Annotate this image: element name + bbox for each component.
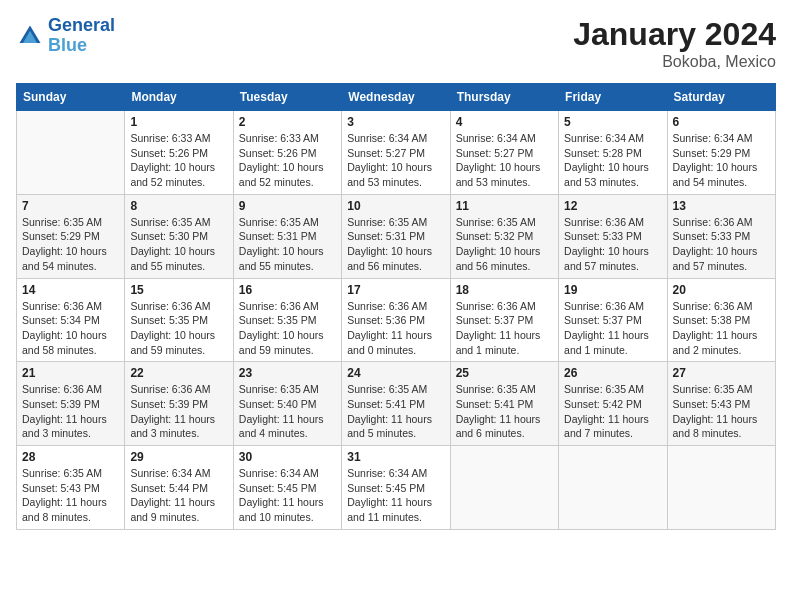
day-info: Sunrise: 6:34 AMSunset: 5:28 PMDaylight:… bbox=[564, 131, 661, 190]
calendar-cell: 22Sunrise: 6:36 AMSunset: 5:39 PMDayligh… bbox=[125, 362, 233, 446]
day-info: Sunrise: 6:34 AMSunset: 5:27 PMDaylight:… bbox=[347, 131, 444, 190]
day-info: Sunrise: 6:34 AMSunset: 5:45 PMDaylight:… bbox=[347, 466, 444, 525]
day-info: Sunrise: 6:35 AMSunset: 5:31 PMDaylight:… bbox=[347, 215, 444, 274]
day-number: 24 bbox=[347, 366, 444, 380]
day-number: 29 bbox=[130, 450, 227, 464]
day-info: Sunrise: 6:36 AMSunset: 5:39 PMDaylight:… bbox=[22, 382, 119, 441]
calendar-cell: 28Sunrise: 6:35 AMSunset: 5:43 PMDayligh… bbox=[17, 446, 125, 530]
day-number: 5 bbox=[564, 115, 661, 129]
day-info: Sunrise: 6:35 AMSunset: 5:41 PMDaylight:… bbox=[347, 382, 444, 441]
day-info: Sunrise: 6:36 AMSunset: 5:35 PMDaylight:… bbox=[239, 299, 336, 358]
day-info: Sunrise: 6:36 AMSunset: 5:33 PMDaylight:… bbox=[673, 215, 770, 274]
calendar-cell: 14Sunrise: 6:36 AMSunset: 5:34 PMDayligh… bbox=[17, 278, 125, 362]
logo: General Blue bbox=[16, 16, 115, 56]
calendar-cell: 11Sunrise: 6:35 AMSunset: 5:32 PMDayligh… bbox=[450, 194, 558, 278]
day-number: 18 bbox=[456, 283, 553, 297]
calendar-cell: 10Sunrise: 6:35 AMSunset: 5:31 PMDayligh… bbox=[342, 194, 450, 278]
day-number: 25 bbox=[456, 366, 553, 380]
calendar-cell: 3Sunrise: 6:34 AMSunset: 5:27 PMDaylight… bbox=[342, 111, 450, 195]
calendar-cell: 21Sunrise: 6:36 AMSunset: 5:39 PMDayligh… bbox=[17, 362, 125, 446]
calendar-cell: 9Sunrise: 6:35 AMSunset: 5:31 PMDaylight… bbox=[233, 194, 341, 278]
day-info: Sunrise: 6:34 AMSunset: 5:27 PMDaylight:… bbox=[456, 131, 553, 190]
day-number: 23 bbox=[239, 366, 336, 380]
day-info: Sunrise: 6:36 AMSunset: 5:38 PMDaylight:… bbox=[673, 299, 770, 358]
calendar-cell bbox=[559, 446, 667, 530]
day-info: Sunrise: 6:36 AMSunset: 5:34 PMDaylight:… bbox=[22, 299, 119, 358]
calendar-week-row: 14Sunrise: 6:36 AMSunset: 5:34 PMDayligh… bbox=[17, 278, 776, 362]
day-number: 12 bbox=[564, 199, 661, 213]
calendar-header-row: SundayMondayTuesdayWednesdayThursdayFrid… bbox=[17, 84, 776, 111]
col-header-tuesday: Tuesday bbox=[233, 84, 341, 111]
day-number: 20 bbox=[673, 283, 770, 297]
calendar-cell: 26Sunrise: 6:35 AMSunset: 5:42 PMDayligh… bbox=[559, 362, 667, 446]
calendar-cell: 25Sunrise: 6:35 AMSunset: 5:41 PMDayligh… bbox=[450, 362, 558, 446]
calendar-cell: 20Sunrise: 6:36 AMSunset: 5:38 PMDayligh… bbox=[667, 278, 775, 362]
day-info: Sunrise: 6:35 AMSunset: 5:30 PMDaylight:… bbox=[130, 215, 227, 274]
col-header-thursday: Thursday bbox=[450, 84, 558, 111]
day-number: 16 bbox=[239, 283, 336, 297]
day-number: 15 bbox=[130, 283, 227, 297]
title-block: January 2024 Bokoba, Mexico bbox=[573, 16, 776, 71]
day-number: 28 bbox=[22, 450, 119, 464]
logo-icon bbox=[16, 22, 44, 50]
day-info: Sunrise: 6:35 AMSunset: 5:32 PMDaylight:… bbox=[456, 215, 553, 274]
calendar-cell bbox=[450, 446, 558, 530]
day-number: 30 bbox=[239, 450, 336, 464]
day-number: 6 bbox=[673, 115, 770, 129]
day-info: Sunrise: 6:35 AMSunset: 5:31 PMDaylight:… bbox=[239, 215, 336, 274]
col-header-monday: Monday bbox=[125, 84, 233, 111]
calendar-cell: 12Sunrise: 6:36 AMSunset: 5:33 PMDayligh… bbox=[559, 194, 667, 278]
day-info: Sunrise: 6:34 AMSunset: 5:45 PMDaylight:… bbox=[239, 466, 336, 525]
day-number: 3 bbox=[347, 115, 444, 129]
day-number: 2 bbox=[239, 115, 336, 129]
day-number: 22 bbox=[130, 366, 227, 380]
day-info: Sunrise: 6:36 AMSunset: 5:33 PMDaylight:… bbox=[564, 215, 661, 274]
col-header-saturday: Saturday bbox=[667, 84, 775, 111]
calendar-cell bbox=[17, 111, 125, 195]
day-info: Sunrise: 6:35 AMSunset: 5:41 PMDaylight:… bbox=[456, 382, 553, 441]
page-header: General Blue January 2024 Bokoba, Mexico bbox=[16, 16, 776, 71]
calendar-cell: 13Sunrise: 6:36 AMSunset: 5:33 PMDayligh… bbox=[667, 194, 775, 278]
col-header-wednesday: Wednesday bbox=[342, 84, 450, 111]
calendar-week-row: 21Sunrise: 6:36 AMSunset: 5:39 PMDayligh… bbox=[17, 362, 776, 446]
day-number: 11 bbox=[456, 199, 553, 213]
day-number: 9 bbox=[239, 199, 336, 213]
col-header-sunday: Sunday bbox=[17, 84, 125, 111]
calendar-cell: 27Sunrise: 6:35 AMSunset: 5:43 PMDayligh… bbox=[667, 362, 775, 446]
calendar-title: January 2024 bbox=[573, 16, 776, 53]
day-info: Sunrise: 6:35 AMSunset: 5:43 PMDaylight:… bbox=[22, 466, 119, 525]
day-info: Sunrise: 6:36 AMSunset: 5:35 PMDaylight:… bbox=[130, 299, 227, 358]
day-info: Sunrise: 6:34 AMSunset: 5:44 PMDaylight:… bbox=[130, 466, 227, 525]
day-info: Sunrise: 6:36 AMSunset: 5:37 PMDaylight:… bbox=[456, 299, 553, 358]
calendar-cell: 7Sunrise: 6:35 AMSunset: 5:29 PMDaylight… bbox=[17, 194, 125, 278]
calendar-cell: 6Sunrise: 6:34 AMSunset: 5:29 PMDaylight… bbox=[667, 111, 775, 195]
day-info: Sunrise: 6:36 AMSunset: 5:37 PMDaylight:… bbox=[564, 299, 661, 358]
day-number: 21 bbox=[22, 366, 119, 380]
day-info: Sunrise: 6:33 AMSunset: 5:26 PMDaylight:… bbox=[130, 131, 227, 190]
day-info: Sunrise: 6:35 AMSunset: 5:43 PMDaylight:… bbox=[673, 382, 770, 441]
calendar-cell: 8Sunrise: 6:35 AMSunset: 5:30 PMDaylight… bbox=[125, 194, 233, 278]
day-info: Sunrise: 6:34 AMSunset: 5:29 PMDaylight:… bbox=[673, 131, 770, 190]
col-header-friday: Friday bbox=[559, 84, 667, 111]
calendar-week-row: 1Sunrise: 6:33 AMSunset: 5:26 PMDaylight… bbox=[17, 111, 776, 195]
day-number: 26 bbox=[564, 366, 661, 380]
calendar-cell: 4Sunrise: 6:34 AMSunset: 5:27 PMDaylight… bbox=[450, 111, 558, 195]
day-number: 1 bbox=[130, 115, 227, 129]
calendar-cell: 24Sunrise: 6:35 AMSunset: 5:41 PMDayligh… bbox=[342, 362, 450, 446]
calendar-cell: 17Sunrise: 6:36 AMSunset: 5:36 PMDayligh… bbox=[342, 278, 450, 362]
day-info: Sunrise: 6:35 AMSunset: 5:40 PMDaylight:… bbox=[239, 382, 336, 441]
day-number: 10 bbox=[347, 199, 444, 213]
calendar-cell: 23Sunrise: 6:35 AMSunset: 5:40 PMDayligh… bbox=[233, 362, 341, 446]
calendar-table: SundayMondayTuesdayWednesdayThursdayFrid… bbox=[16, 83, 776, 530]
day-info: Sunrise: 6:36 AMSunset: 5:39 PMDaylight:… bbox=[130, 382, 227, 441]
calendar-cell: 30Sunrise: 6:34 AMSunset: 5:45 PMDayligh… bbox=[233, 446, 341, 530]
day-info: Sunrise: 6:35 AMSunset: 5:29 PMDaylight:… bbox=[22, 215, 119, 274]
day-info: Sunrise: 6:36 AMSunset: 5:36 PMDaylight:… bbox=[347, 299, 444, 358]
day-number: 8 bbox=[130, 199, 227, 213]
day-number: 27 bbox=[673, 366, 770, 380]
calendar-cell: 5Sunrise: 6:34 AMSunset: 5:28 PMDaylight… bbox=[559, 111, 667, 195]
calendar-cell: 18Sunrise: 6:36 AMSunset: 5:37 PMDayligh… bbox=[450, 278, 558, 362]
calendar-cell: 31Sunrise: 6:34 AMSunset: 5:45 PMDayligh… bbox=[342, 446, 450, 530]
day-info: Sunrise: 6:35 AMSunset: 5:42 PMDaylight:… bbox=[564, 382, 661, 441]
day-number: 31 bbox=[347, 450, 444, 464]
